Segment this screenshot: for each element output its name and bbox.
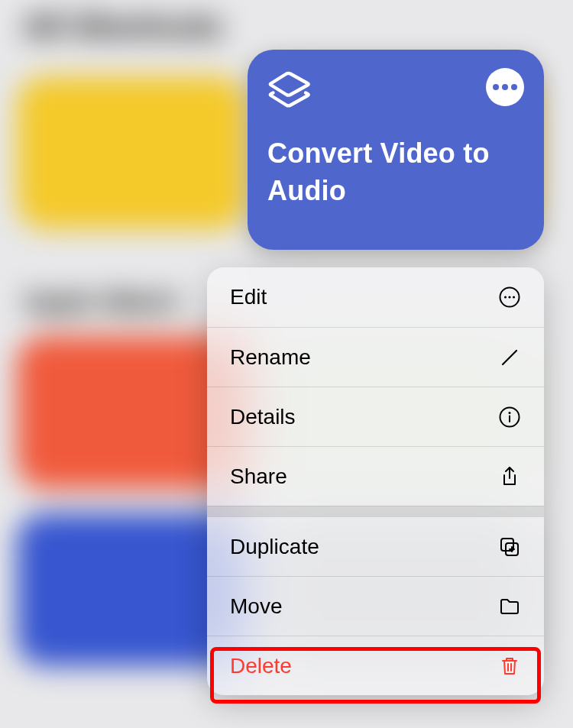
- share-icon: [497, 464, 523, 490]
- card-more-button[interactable]: [486, 68, 524, 106]
- context-menu: Edit Rename Details: [207, 267, 544, 695]
- menu-item-share[interactable]: Share: [207, 446, 544, 506]
- menu-item-delete[interactable]: Delete: [207, 636, 544, 695]
- trash-icon: [497, 653, 523, 679]
- duplicate-icon: [497, 534, 523, 560]
- svg-point-2: [508, 296, 510, 298]
- menu-item-duplicate[interactable]: Duplicate: [207, 516, 544, 576]
- menu-item-label: Rename: [230, 345, 311, 370]
- more-dots-icon: [493, 84, 499, 90]
- svg-point-1: [504, 296, 507, 298]
- shortcut-card[interactable]: Convert Video to Audio: [248, 50, 544, 250]
- shortcuts-layers-icon: [267, 68, 313, 114]
- menu-item-label: Share: [230, 464, 287, 489]
- menu-group-separator: [207, 506, 544, 516]
- shortcut-title: Convert Video to Audio: [267, 135, 524, 209]
- menu-item-label: Edit: [230, 285, 267, 309]
- menu-item-rename[interactable]: Rename: [207, 327, 544, 387]
- menu-item-move[interactable]: Move: [207, 576, 544, 636]
- menu-item-details[interactable]: Details: [207, 387, 544, 446]
- svg-point-3: [513, 296, 515, 298]
- svg-point-5: [509, 412, 511, 414]
- folder-icon: [497, 594, 523, 620]
- menu-item-label: Delete: [230, 654, 292, 678]
- menu-item-label: Duplicate: [230, 535, 319, 559]
- pencil-icon: [497, 345, 523, 370]
- info-circle-icon: [497, 404, 523, 430]
- menu-item-label: Move: [230, 594, 282, 619]
- more-circle-icon: [497, 284, 523, 310]
- menu-item-label: Details: [230, 405, 296, 429]
- menu-item-edit[interactable]: Edit: [207, 267, 544, 327]
